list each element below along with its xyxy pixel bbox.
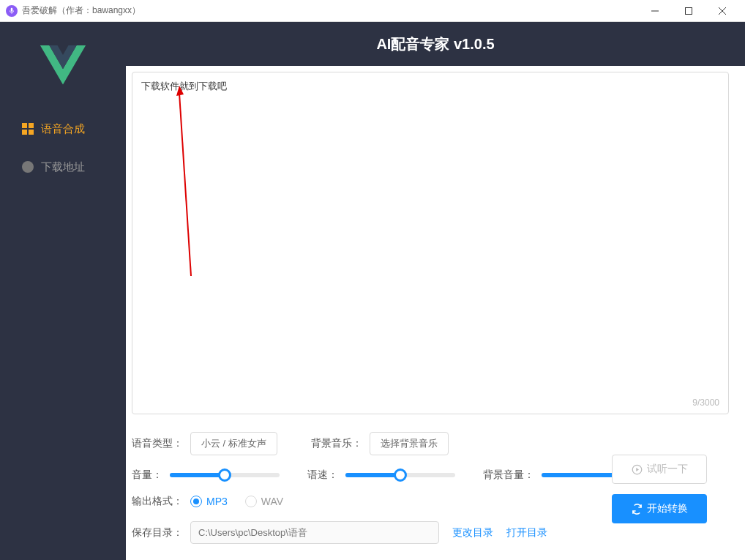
radio-label: MP3 bbox=[206, 496, 228, 507]
svg-rect-4 bbox=[22, 123, 27, 128]
svg-point-8 bbox=[22, 161, 34, 173]
bg-volume-label: 背景音量： bbox=[483, 468, 534, 482]
svg-rect-6 bbox=[22, 130, 27, 135]
svg-rect-5 bbox=[29, 123, 34, 128]
page-title: AI配音专家 v1.0.5 bbox=[126, 22, 745, 66]
svg-rect-1 bbox=[686, 7, 692, 14]
sidebar: 语音合成 下载地址 bbox=[0, 22, 126, 560]
speed-label: 语速： bbox=[307, 468, 338, 482]
preview-button[interactable]: 试听一下 bbox=[612, 455, 707, 484]
speed-slider[interactable] bbox=[345, 473, 455, 477]
app-icon bbox=[6, 5, 18, 17]
radio-wav[interactable]: WAV bbox=[245, 496, 283, 507]
volume-label: 音量： bbox=[132, 468, 162, 482]
maximize-button[interactable] bbox=[672, 0, 705, 22]
window-titlebar: 吾爱破解（作者：bawangxx） bbox=[0, 0, 745, 22]
voice-type-label: 语音类型： bbox=[132, 437, 183, 450]
open-dir-link[interactable]: 打开目录 bbox=[506, 526, 547, 540]
info-icon bbox=[22, 161, 34, 173]
minimize-button[interactable] bbox=[638, 0, 672, 22]
refresh-icon bbox=[632, 504, 643, 515]
convert-button[interactable]: 开始转换 bbox=[612, 494, 707, 523]
radio-mp3[interactable]: MP3 bbox=[190, 496, 228, 507]
close-button[interactable] bbox=[705, 0, 739, 22]
logo bbox=[0, 31, 126, 110]
save-dir-label: 保存目录： bbox=[132, 526, 183, 540]
sidebar-item-label: 下载地址 bbox=[41, 160, 85, 174]
voice-type-select[interactable]: 小云 / 标准女声 bbox=[190, 432, 277, 455]
char-counter: 9/3000 bbox=[692, 397, 719, 408]
sidebar-item-tts[interactable]: 语音合成 bbox=[0, 110, 126, 148]
sidebar-item-download[interactable]: 下载地址 bbox=[0, 148, 126, 186]
text-input-area[interactable]: 9/3000 bbox=[132, 72, 729, 414]
bg-music-label: 背景音乐： bbox=[311, 437, 362, 450]
text-input[interactable] bbox=[141, 80, 719, 406]
svg-rect-7 bbox=[29, 130, 34, 135]
output-format-label: 输出格式： bbox=[132, 495, 183, 508]
svg-marker-12 bbox=[636, 468, 639, 471]
change-dir-link[interactable]: 更改目录 bbox=[452, 526, 493, 540]
window-title: 吾爱破解（作者：bawangxx） bbox=[22, 4, 638, 17]
grid-icon bbox=[22, 123, 34, 135]
radio-label: WAV bbox=[261, 496, 283, 507]
sidebar-item-label: 语音合成 bbox=[41, 122, 85, 136]
save-dir-input[interactable] bbox=[190, 521, 439, 544]
play-icon bbox=[632, 464, 643, 475]
volume-slider[interactable] bbox=[170, 473, 280, 477]
bg-music-select[interactable]: 选择背景音乐 bbox=[370, 432, 449, 455]
